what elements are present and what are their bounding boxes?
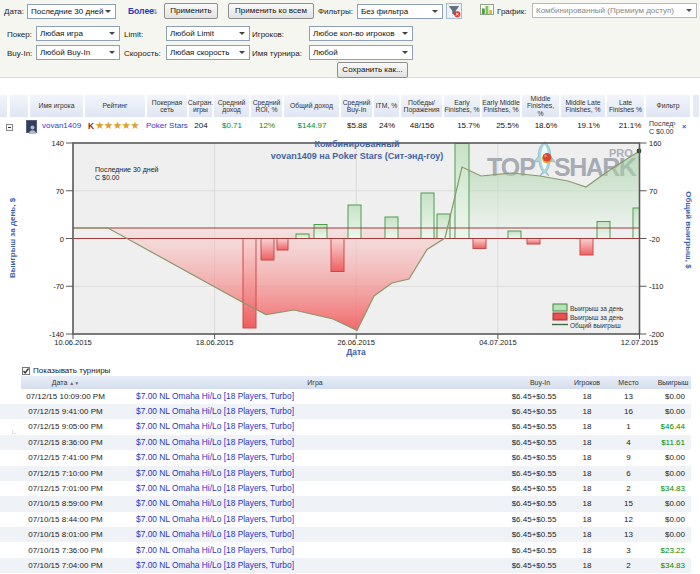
svg-text:140: 140 — [51, 139, 64, 148]
svg-text:04.07.2015: 04.07.2015 — [479, 338, 517, 347]
svg-text:Выигрыш за день: Выигрыш за день — [570, 314, 624, 322]
svg-text:Выигрыш за день, $: Выигрыш за день, $ — [8, 197, 17, 278]
svg-text:10.06.2015: 10.06.2015 — [54, 338, 92, 347]
svg-text:-110: -110 — [649, 282, 663, 291]
svg-text:vovan1409 на Poker Stars (Сит-: vovan1409 на Poker Stars (Сит-энд-гоу) — [271, 151, 444, 161]
svg-text:0: 0 — [60, 235, 64, 244]
svg-text:70: 70 — [56, 187, 64, 196]
svg-text:Дата: Дата — [346, 347, 366, 357]
svg-text:-70: -70 — [53, 282, 64, 291]
svg-text:Комбинированный: Комбинированный — [315, 139, 400, 149]
svg-text:12.07.2015: 12.07.2015 — [621, 338, 659, 347]
svg-text:С $0.00: С $0.00 — [95, 174, 120, 181]
svg-text:Последние 30 дней: Последние 30 дней — [95, 166, 159, 174]
svg-text:18.06.2015: 18.06.2015 — [196, 338, 234, 347]
svg-text:Общий выигрыш, $: Общий выигрыш, $ — [684, 191, 693, 269]
svg-text:70: 70 — [649, 187, 657, 196]
svg-text:Общий выигрыш: Общий выигрыш — [570, 322, 621, 330]
svg-text:160: 160 — [649, 139, 662, 148]
svg-text:-20: -20 — [649, 235, 660, 244]
svg-text:Выигрыш за день: Выигрыш за день — [570, 305, 624, 313]
svg-text:26.06.2015: 26.06.2015 — [337, 338, 375, 347]
